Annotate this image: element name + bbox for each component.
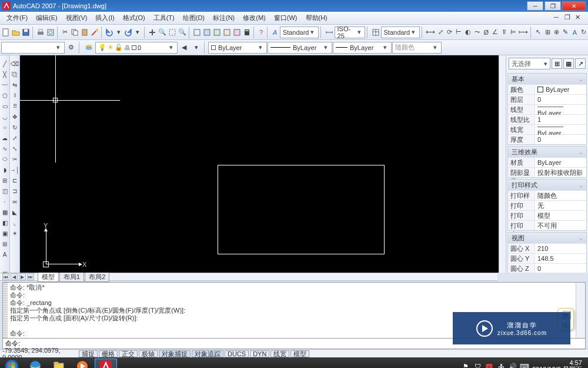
tray-clock[interactable]: 4:57 2019/12/6 星期五	[532, 360, 584, 368]
linetype-dropdown[interactable]: ByLayer▾	[268, 42, 332, 54]
break-at-icon[interactable]: ⊏	[10, 175, 19, 185]
markup-icon[interactable]	[232, 26, 242, 38]
cut-icon[interactable]: ✂	[61, 26, 69, 38]
undo-icon[interactable]	[105, 26, 114, 38]
layer-states-icon[interactable]: ▾	[191, 42, 202, 54]
section-head-basic[interactable]: 基本⌵	[508, 74, 586, 84]
polygon-icon[interactable]: ⬠	[0, 91, 9, 100]
dim-ang-icon[interactable]: ∠	[491, 26, 499, 38]
copy-icon[interactable]	[70, 26, 79, 38]
redo-list[interactable]: ▾	[133, 26, 142, 38]
offset-icon[interactable]: ⫴	[10, 91, 19, 100]
toolpalette-icon[interactable]	[212, 26, 222, 38]
tab-layout2[interactable]: 布局2	[85, 272, 109, 282]
prop-plot-0[interactable]: 打印样式随颜色	[508, 190, 586, 200]
line-icon[interactable]: ╱	[0, 59, 9, 68]
doc-minimize[interactable]: ─	[554, 14, 564, 23]
ellipse-arc-icon[interactable]: ◗	[0, 165, 9, 174]
task-explorer[interactable]	[48, 359, 70, 368]
help-icon[interactable]: ?	[257, 26, 265, 38]
xline-icon[interactable]: ╳	[0, 69, 9, 79]
match-prop-icon[interactable]	[90, 26, 99, 38]
menu-insert[interactable]: 插入(I)	[91, 12, 118, 24]
prop-fx-1[interactable]: 阴影显示投射和接收阴影	[508, 167, 586, 177]
trim-icon[interactable]: ✂	[10, 154, 19, 164]
prop-view-2[interactable]: 圆心 Z ...0	[508, 263, 586, 273]
move-icon[interactable]: ✥	[10, 112, 19, 121]
cmd-scrollbar[interactable]	[576, 283, 585, 338]
menu-dim[interactable]: 标注(N)	[209, 12, 239, 24]
mode-模型[interactable]: 模型	[290, 350, 309, 357]
table-icon[interactable]: ⊞	[0, 239, 9, 248]
ellipse-icon[interactable]: ⬭	[0, 154, 9, 164]
zoom-prev-icon[interactable]: 🔍	[178, 26, 187, 38]
cmd-grip[interactable]	[3, 283, 8, 338]
layer-prev-icon[interactable]: ◀	[178, 42, 190, 54]
tray-network-icon[interactable]: 🖧	[497, 362, 505, 368]
mode-栅格[interactable]: 栅格	[99, 350, 118, 357]
dim-arc-icon[interactable]: ⟳	[446, 26, 454, 38]
maximize-button[interactable]: ❐	[544, 1, 561, 11]
dim-cont-icon[interactable]: ⟼	[518, 26, 529, 38]
pline-icon[interactable]: 〰	[0, 80, 9, 89]
point-icon[interactable]: ·	[0, 197, 9, 206]
tab-prev[interactable]: ◀	[11, 273, 18, 280]
properties-icon[interactable]	[192, 26, 202, 38]
drawing-canvas[interactable]: X Y	[20, 55, 499, 273]
dim-update-icon[interactable]: ↻	[580, 26, 588, 38]
menu-modify[interactable]: 修改(M)	[239, 12, 270, 24]
doc-restore[interactable]: ❐	[564, 14, 575, 23]
doc-close[interactable]: ✕	[575, 14, 586, 23]
start-button[interactable]	[0, 357, 24, 368]
sheetset-icon[interactable]	[222, 26, 232, 38]
workspace-settings-icon[interactable]: ⚙	[65, 42, 77, 54]
insert-block-icon[interactable]: ⊞	[0, 175, 9, 185]
prop-basic-4[interactable]: 线宽———— ByLayer	[508, 124, 586, 134]
tray-shield-icon[interactable]: 🛡	[473, 362, 482, 368]
color-dropdown[interactable]: ByLayer▾	[208, 42, 267, 54]
new-icon[interactable]	[1, 26, 11, 38]
hatch-icon[interactable]: ▦	[0, 207, 9, 217]
section-head-fx[interactable]: 三维效果⌵	[508, 147, 586, 157]
dim-tedit-icon[interactable]: A	[570, 26, 579, 38]
prop-view-0[interactable]: 圆心 X ...210	[508, 243, 586, 253]
tab-last[interactable]: ⏭	[27, 273, 34, 280]
vscrollbar[interactable]	[499, 55, 506, 273]
rotate-icon[interactable]: ↻	[10, 122, 19, 132]
selectobjects-icon[interactable]: ↗	[575, 58, 586, 69]
join-icon[interactable]: ⫘	[10, 197, 19, 206]
break-icon[interactable]: ⊐	[10, 186, 19, 195]
mode-DUCS[interactable]: DUCS	[225, 350, 249, 357]
dim-rad-icon[interactable]: ◐	[464, 26, 472, 38]
plotstyle-dropdown[interactable]: 随颜色▾	[392, 42, 442, 54]
paste-icon[interactable]	[80, 26, 89, 38]
explode-icon[interactable]: ✶	[10, 228, 19, 238]
quickselect-icon[interactable]: ⊞	[552, 58, 562, 69]
plot-preview-icon[interactable]	[46, 26, 55, 38]
section-head-plot[interactable]: 打印样式⌵	[508, 180, 586, 190]
stretch-icon[interactable]: ⤡	[10, 144, 19, 153]
tab-next[interactable]: ▶	[19, 273, 26, 280]
task-ie[interactable]	[24, 359, 46, 368]
array-icon[interactable]: ⠿	[10, 101, 19, 111]
mode-正交[interactable]: 正交	[119, 350, 138, 357]
arc-icon[interactable]: ◡	[0, 112, 9, 121]
menu-file[interactable]: 文件(F)	[2, 12, 32, 24]
save-icon[interactable]	[21, 26, 31, 38]
section-head-view[interactable]: 视图⌵	[508, 233, 586, 243]
prop-fx-0[interactable]: 材质ByLayer	[508, 157, 586, 167]
prop-basic-0[interactable]: 颜色ByLayer	[508, 84, 586, 94]
selection-dropdown[interactable]: 无选择▾	[509, 58, 550, 69]
dim-leader-icon[interactable]: ↖	[534, 26, 542, 38]
dim-center-icon[interactable]: ⊕	[552, 26, 560, 38]
zoom-window-icon[interactable]	[168, 26, 177, 38]
copy-obj-icon[interactable]: ⿻	[10, 69, 19, 79]
menu-format[interactable]: 格式(O)	[119, 12, 149, 24]
dimstyle-dropdown[interactable]: ISO-25▾	[335, 26, 366, 38]
dim-linear-icon[interactable]: ⟷	[425, 26, 436, 38]
tray-toolbox-icon[interactable]: 🧰	[485, 362, 493, 368]
circle-icon[interactable]: ○	[0, 122, 9, 132]
tab-model[interactable]: 模型	[38, 272, 59, 282]
dim-aligned-icon[interactable]: ⤢	[436, 26, 445, 38]
revcloud-icon[interactable]: ☁	[0, 133, 9, 142]
